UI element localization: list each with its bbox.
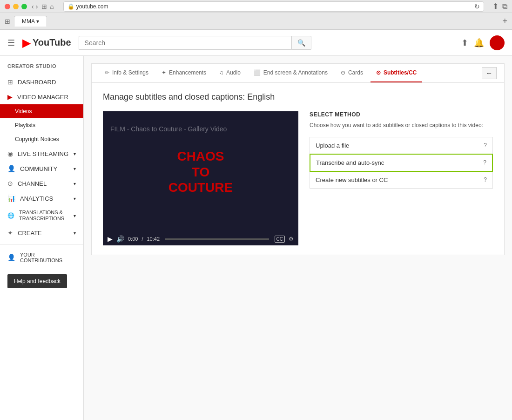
analytics-expand-icon: ▾ [74, 196, 76, 201]
create-new-label: Create new subtitles or CC [316, 176, 388, 183]
tab-enhancements[interactable]: ✦ Enhancements [156, 64, 212, 82]
sidebar-item-videos[interactable]: Videos [0, 104, 83, 118]
enhancements-icon: ✦ [162, 69, 166, 76]
sidebar-item-translations[interactable]: 🌐 TRANSLATIONS & TRANSCRIPTIONS ▾ [0, 206, 83, 225]
main-layout: CREATOR STUDIO ⊞ DASHBOARD ▶ VIDEO MANAG… [0, 56, 512, 420]
sidebar-label-community: COMMUNITY [20, 165, 57, 172]
community-icon: 👤 [7, 165, 15, 172]
video-cc-btn[interactable]: CC [275, 236, 285, 243]
active-tab[interactable]: MMA ▾ [14, 16, 47, 27]
video-player-container: FILM - Chaos to Couture - Gallery Video … [103, 111, 298, 245]
upload-file-help-icon[interactable]: ? [484, 142, 487, 149]
tab-bar-left: ⊞ MMA ▾ [5, 16, 47, 27]
dashboard-icon: ⊞ [7, 78, 13, 86]
create-icon: ✦ [7, 229, 13, 237]
sidebar-label-translations: TRANSLATIONS & TRANSCRIPTIONS [19, 210, 69, 222]
method-option-transcribe[interactable]: Transcribe and auto-sync ? [310, 154, 493, 172]
search-container: 🔍 [79, 36, 311, 50]
channel-expand-icon: ▾ [74, 181, 76, 186]
video-text-line3: COUTURE [168, 180, 233, 196]
tab-end-screen-label: End screen & Annotations [263, 69, 328, 76]
video-volume-btn[interactable]: 🔊 [116, 235, 124, 243]
tab-audio[interactable]: ♫ Audio [214, 64, 246, 82]
tab-info-settings[interactable]: ✏ Info & Settings [99, 64, 154, 82]
content-panel: ✏ Info & Settings ✦ Enhancements ♫ Audio… [91, 63, 505, 255]
video-time-total: 10:42 [147, 236, 160, 242]
sidebar-label-playlists: Playlists [15, 122, 35, 129]
sidebar-item-community[interactable]: 👤 COMMUNITY ▾ [0, 161, 83, 176]
yt-logo-icon: ▶ [22, 36, 31, 49]
mac-reload-btn[interactable]: ↻ [474, 3, 480, 10]
mac-minimize-btn[interactable] [13, 4, 19, 9]
hamburger-menu-btn[interactable]: ☰ [7, 38, 15, 48]
mac-nav-buttons: ‹ › [32, 3, 38, 10]
sidebar-item-channel[interactable]: ⊙ CHANNEL ▾ [0, 176, 83, 191]
mac-url-bar[interactable]: 🔒 youtube.com ↻ [63, 1, 484, 12]
mac-share-btn[interactable]: ⬆ [492, 2, 499, 11]
mac-window-controls [5, 4, 27, 9]
mac-sidebar-toggle[interactable]: ⊞ [41, 3, 47, 10]
method-option-create-new[interactable]: Create new subtitles or CC ? [310, 171, 493, 189]
video-manager-icon: ▶ [7, 93, 13, 101]
sidebar-item-video-manager[interactable]: ▶ VIDEO MANAGER [0, 89, 83, 104]
mac-close-btn[interactable] [5, 4, 10, 9]
mac-maximize-btn[interactable] [21, 4, 27, 9]
live-streaming-icon: ◉ [7, 150, 13, 157]
tab-subtitles[interactable]: ⊙ Subtitles/CC [371, 64, 422, 82]
sidebar-label-analytics: ANALYTICS [20, 195, 53, 202]
sidebar-item-copyright-notices[interactable]: Copyright Notices [0, 132, 83, 146]
upload-file-label: Upload a file [316, 142, 349, 149]
help-feedback-btn[interactable]: Help and feedback [7, 274, 67, 288]
select-method-desc: Choose how you want to add subtitles or … [310, 122, 493, 129]
mac-lock-icon: 🔒 [67, 3, 74, 10]
notifications-btn[interactable]: 🔔 [474, 38, 484, 48]
panel-back-btn[interactable]: ← [482, 67, 497, 79]
sidebar-label-videos: Videos [15, 108, 32, 115]
sidebar-item-analytics[interactable]: 📊 ANALYTICS ▾ [0, 191, 83, 206]
tab-cards-label: Cards [348, 69, 363, 76]
audio-icon: ♫ [219, 69, 223, 76]
yt-header: ☰ ▶ YouTube 🔍 ⬆ 🔔 [0, 30, 512, 56]
sidebar-item-playlists[interactable]: Playlists [0, 118, 83, 132]
analytics-icon: 📊 [7, 195, 15, 202]
sidebar-item-dashboard[interactable]: ⊞ DASHBOARD [0, 75, 83, 89]
video-player: FILM - Chaos to Couture - Gallery Video … [103, 111, 298, 232]
tab-bar-right: + [502, 16, 507, 26]
content-area: ✏ Info & Settings ✦ Enhancements ♫ Audio… [84, 56, 512, 420]
search-input[interactable] [79, 36, 291, 50]
channel-icon: ⊙ [7, 180, 13, 187]
create-new-help-icon[interactable]: ? [484, 176, 487, 183]
mac-newwin-btn[interactable]: ⧉ [502, 2, 507, 11]
sidebar-label-channel: CHANNEL [18, 180, 47, 187]
tab-end-screen[interactable]: ⬜ End screen & Annotations [248, 64, 333, 82]
transcribe-help-icon[interactable]: ? [483, 159, 486, 166]
method-option-upload-file[interactable]: Upload a file ? [310, 137, 493, 154]
video-time-separator: / [141, 236, 143, 242]
page-title: Manage subtitles and closed captions: En… [103, 92, 493, 102]
chrome-apps-icon[interactable]: ⊞ [5, 18, 10, 25]
sidebar-label-copyright: Copyright Notices [15, 136, 59, 142]
sidebar-label-video-manager: VIDEO MANAGER [17, 94, 68, 101]
yt-logo[interactable]: ▶ YouTube [22, 36, 71, 49]
video-progress-bar[interactable] [165, 238, 269, 240]
new-tab-btn[interactable]: + [502, 16, 507, 26]
tab-title: MMA ▾ [22, 18, 39, 25]
video-play-btn[interactable]: ▶ [108, 235, 113, 243]
search-button[interactable]: 🔍 [291, 36, 311, 50]
mac-home-btn[interactable]: ⌂ [50, 3, 54, 10]
tab-cards[interactable]: ⊙ Cards [335, 64, 369, 82]
user-avatar[interactable] [490, 35, 505, 50]
mac-forward-btn[interactable]: › [36, 3, 38, 10]
sidebar-item-create[interactable]: ✦ CREATE ▾ [0, 225, 83, 240]
info-settings-icon: ✏ [105, 69, 109, 76]
upload-btn[interactable]: ⬆ [461, 38, 468, 48]
mac-back-btn[interactable]: ‹ [32, 3, 34, 10]
sidebar-title: CREATOR STUDIO [0, 63, 83, 75]
video-settings-btn[interactable]: ⚙ [289, 236, 294, 242]
sidebar-item-live-streaming[interactable]: ◉ LIVE STREAMING ▾ [0, 146, 83, 161]
sidebar-item-your-contributions[interactable]: 👤 YOUR CONTRIBUTIONS [0, 248, 83, 267]
select-method-panel: SELECT METHOD Choose how you want to add… [310, 111, 493, 245]
yt-logo-text: YouTube [33, 37, 71, 48]
panel-tabs: ✏ Info & Settings ✦ Enhancements ♫ Audio… [92, 64, 504, 83]
mac-url-text: youtube.com [76, 3, 108, 10]
